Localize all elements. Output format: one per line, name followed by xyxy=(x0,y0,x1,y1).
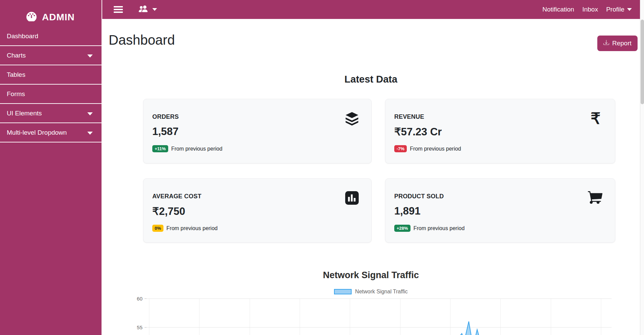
card-label: AVERAGE COST xyxy=(152,193,201,200)
scrollbar-track[interactable] xyxy=(640,0,644,335)
sidebar-menu: Dashboard Charts Tables Forms UI Element… xyxy=(0,27,102,142)
download-icon xyxy=(603,40,609,47)
sidebar-item-ui-elements[interactable]: UI Elements xyxy=(0,104,102,123)
chevron-down-icon xyxy=(87,132,93,135)
stat-card-product-sold: PRODUCT SOLD 1,891 +28% From previous pe… xyxy=(385,178,615,243)
sidebar-item-dashboard[interactable]: Dashboard xyxy=(0,27,102,46)
chevron-down-icon xyxy=(87,112,93,115)
card-value: ₹2,750 xyxy=(152,205,185,218)
chart-legend[interactable]: Network Signal Traffic xyxy=(102,289,640,295)
y-axis-tick-60: 60 xyxy=(129,296,142,302)
stat-card-revenue: REVENUE ₹57.23 Cr -7% From previous peri… xyxy=(385,99,615,163)
layers-icon xyxy=(344,111,360,126)
cart-icon xyxy=(588,190,603,206)
page-title: Dashboard xyxy=(109,32,175,48)
stat-card-orders: ORDERS 1,587 +11% From previous period xyxy=(143,99,372,163)
profile-dropdown[interactable]: Profile xyxy=(606,6,632,13)
hamburger-menu-icon[interactable] xyxy=(114,5,123,14)
notification-link[interactable]: Notification xyxy=(542,6,574,13)
top-navbar: Notification Inbox Profile xyxy=(102,0,640,19)
change-badge: -7% xyxy=(394,145,407,152)
users-dropdown[interactable] xyxy=(137,4,157,15)
chevron-down-icon xyxy=(627,8,632,11)
bar-chart-icon xyxy=(344,190,360,206)
change-badge: 0% xyxy=(152,225,163,232)
network-traffic-chart xyxy=(145,298,612,335)
card-value: 1,891 xyxy=(394,205,421,217)
legend-label: Network Signal Traffic xyxy=(355,289,407,295)
card-note: From previous period xyxy=(171,146,222,152)
speedometer-icon xyxy=(26,11,37,24)
card-note: From previous period xyxy=(410,146,461,152)
chart-title: Network Signal Traffic xyxy=(102,270,640,281)
sidebar-item-charts[interactable]: Charts xyxy=(0,46,102,65)
card-label: REVENUE xyxy=(394,113,424,120)
card-note: From previous period xyxy=(414,225,465,231)
profile-link: Profile xyxy=(606,6,624,13)
sidebar-item-tables[interactable]: Tables xyxy=(0,65,102,85)
chevron-down-icon xyxy=(152,8,157,11)
legend-swatch xyxy=(334,289,352,294)
stat-card-average-cost: AVERAGE COST ₹2,750 0% From previous per… xyxy=(143,178,372,243)
card-label: ORDERS xyxy=(152,113,179,120)
admin-dashboard: ADMIN Dashboard Charts Tables Forms UI E… xyxy=(0,0,644,335)
change-badge: +11% xyxy=(152,145,168,152)
brand-title: ADMIN xyxy=(42,12,75,23)
chevron-down-icon xyxy=(87,54,93,58)
inbox-link[interactable]: Inbox xyxy=(582,6,598,13)
brand: ADMIN xyxy=(0,0,102,27)
y-axis-tick-55: 55 xyxy=(129,325,142,330)
rupee-icon: ₹ xyxy=(588,111,603,126)
change-badge: +28% xyxy=(394,225,410,232)
card-value: 1,587 xyxy=(152,126,179,138)
scrollbar-thumb[interactable] xyxy=(641,20,644,104)
sidebar-item-forms[interactable]: Forms xyxy=(0,85,102,104)
section-title-latest-data: Latest Data xyxy=(102,74,640,85)
navbar-links: Notification Inbox Profile xyxy=(542,6,632,13)
report-button[interactable]: Report xyxy=(597,36,638,51)
card-value: ₹57.23 Cr xyxy=(394,126,442,138)
sidebar: ADMIN Dashboard Charts Tables Forms UI E… xyxy=(0,0,102,335)
card-label: PRODUCT SOLD xyxy=(394,193,444,200)
sidebar-item-multi-level-dropdown[interactable]: Multi-level Dropdown xyxy=(0,123,102,142)
card-note: From previous period xyxy=(166,225,218,231)
people-icon xyxy=(137,4,149,15)
